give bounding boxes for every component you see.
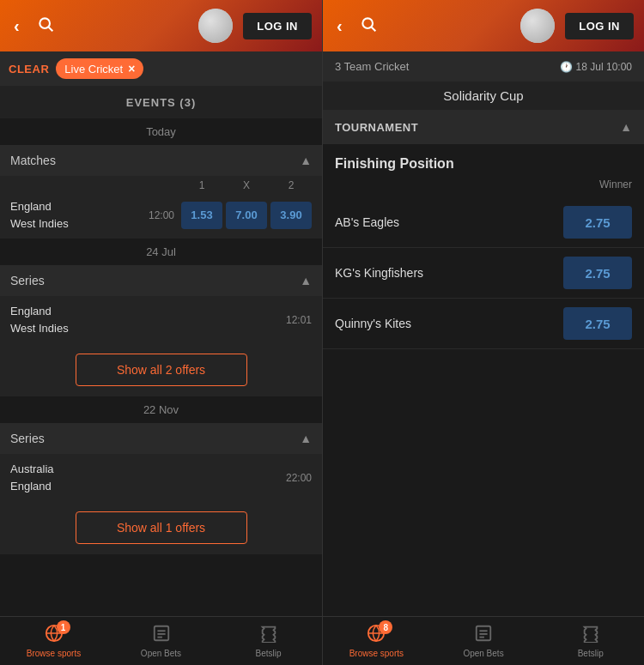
match-row-aus-eng-22nov: AustraliaEngland 22:00 (0, 454, 322, 501)
svg-point-0 (39, 18, 50, 28)
browse-sports-icon: 1 (45, 624, 64, 647)
events-header: EVENTS (3) (0, 86, 322, 118)
series-section-header-24jul[interactable]: Series ▲ (0, 265, 322, 296)
right-bottom-nav: 8 Browse sports Open Bets Betslip (323, 616, 644, 665)
login-button[interactable]: LOG IN (243, 13, 312, 39)
match-time: 12:00 (149, 209, 174, 221)
avatar[interactable] (198, 9, 233, 43)
back-icon[interactable]: ‹ (10, 13, 23, 39)
right-search-icon[interactable] (356, 12, 380, 40)
team-row-kites: Quinny's Kites 2.75 (323, 299, 644, 349)
team-odd-button-kites[interactable]: 2.75 (563, 307, 632, 340)
odd-x-button[interactable]: 7.00 (226, 202, 267, 229)
right-browse-sports-icon: 8 (367, 624, 386, 647)
team-odd-button-kingfishers[interactable]: 2.75 (563, 257, 632, 289)
filter-tag-label: Live Cricket (64, 63, 123, 76)
right-avatar[interactable] (520, 9, 555, 43)
date-22nov: 22 Nov (0, 396, 322, 423)
nav-betslip[interactable]: Betslip (215, 617, 322, 665)
matches-title: Matches (10, 154, 56, 167)
team-name-eagles: AB's Eagles (335, 215, 399, 229)
team-name-kites: Quinny's Kites (335, 317, 411, 330)
right-browse-sports-badge: 8 (379, 620, 392, 634)
right-open-bets-label: Open Bets (463, 649, 503, 658)
match-teams: EnglandWest Indies (10, 198, 142, 232)
date-24jul: 24 Jul (0, 239, 322, 265)
open-bets-label: Open Bets (141, 649, 181, 658)
nav-browse-sports[interactable]: 1 Browse sports (0, 617, 107, 665)
filter-tag-live-cricket: Live Cricket × (56, 58, 143, 79)
odd-2-button[interactable]: 3.90 (270, 202, 312, 229)
odds-col-headers: 1 X 2 (0, 176, 322, 191)
filter-bar: CLEAR Live Cricket × (0, 51, 322, 86)
series-title-24jul: Series (10, 274, 45, 287)
show-offers-row-2: Show all 2 offers (0, 343, 322, 396)
match-teams-24jul: EnglandWest Indies (10, 303, 279, 336)
match-time-24jul: 12:01 (286, 314, 312, 326)
team-row-eagles: AB's Eagles 2.75 (323, 197, 644, 248)
date-today: Today (0, 118, 322, 145)
search-icon[interactable] (33, 12, 58, 40)
nav-open-bets[interactable]: Open Bets (107, 617, 215, 665)
team-odd-button-eagles[interactable]: 2.75 (563, 206, 632, 239)
left-panel: ‹ LOG IN CLEAR Live Cricket × EVENTS (3)… (0, 0, 322, 665)
left-header: ‹ LOG IN (0, 0, 322, 51)
right-betslip-icon (581, 624, 600, 647)
browse-sports-badge: 1 (57, 620, 70, 634)
clock-icon: 🕐 (560, 61, 573, 73)
right-login-button[interactable]: LOG IN (565, 13, 634, 39)
svg-line-8 (371, 27, 375, 31)
right-browse-sports-label: Browse sports (349, 649, 404, 658)
right-nav-open-bets[interactable]: Open Bets (430, 617, 538, 665)
tournament-header[interactable]: TOURNAMENT ▲ (323, 110, 644, 144)
right-panel: ‹ LOG IN 3 Team Cricket 🕐 18 Jul 10:00 S… (322, 0, 644, 665)
match-row-england-wi-24jul: EnglandWest Indies 12:01 (0, 296, 322, 343)
svg-line-1 (48, 27, 52, 31)
col-x: X (226, 179, 267, 191)
match-time-22nov: 22:00 (286, 472, 312, 484)
matches-section-header[interactable]: Matches ▲ (0, 145, 322, 176)
left-bottom-nav: 1 Browse sports Open Bets Betslip (0, 616, 322, 665)
series-title-22nov: Series (10, 432, 45, 445)
odds-buttons: 1.53 7.00 3.90 (181, 202, 312, 229)
chevron-up-icon-2: ▲ (300, 274, 312, 287)
tournament-label: TOURNAMENT (335, 121, 418, 134)
match-row-england-wi-today: EnglandWest Indies 12:00 1.53 7.00 3.90 (0, 191, 322, 239)
team-name-kingfishers: KG's Kingfishers (335, 266, 423, 280)
right-betslip-label: Betslip (578, 649, 604, 658)
show-1-offers-button[interactable]: Show all 1 offers (76, 511, 247, 544)
match-date-time: 🕐 18 Jul 10:00 (560, 61, 632, 73)
chevron-up-icon-3: ▲ (300, 432, 312, 445)
open-bets-icon (152, 624, 171, 647)
right-header: ‹ LOG IN (323, 0, 644, 51)
clear-button[interactable]: CLEAR (9, 63, 49, 76)
match-type: 3 Team Cricket (335, 60, 409, 73)
betslip-icon (259, 624, 278, 647)
team-row-kingfishers: KG's Kingfishers 2.75 (323, 248, 644, 299)
match-teams-22nov: AustraliaEngland (10, 461, 279, 494)
events-count: EVENTS (3) (126, 96, 197, 109)
betslip-label: Betslip (255, 649, 281, 658)
winner-label: Winner (599, 178, 632, 190)
series-section-header-22nov[interactable]: Series ▲ (0, 423, 322, 454)
show-offers-row-1: Show all 1 offers (0, 501, 322, 554)
right-back-icon[interactable]: ‹ (333, 13, 346, 39)
right-nav-betslip[interactable]: Betslip (537, 617, 644, 665)
col-2: 2 (270, 179, 312, 191)
winner-label-row: Winner (323, 178, 644, 197)
col-1: 1 (181, 179, 222, 191)
filter-tag-close-icon[interactable]: × (128, 62, 135, 76)
cup-name: Solidarity Cup (323, 82, 644, 110)
right-nav-browse-sports[interactable]: 8 Browse sports (323, 617, 430, 665)
odd-1-button[interactable]: 1.53 (181, 202, 222, 229)
svg-point-7 (362, 18, 373, 28)
right-open-bets-icon (474, 624, 493, 647)
show-2-offers-button[interactable]: Show all 2 offers (76, 354, 247, 386)
chevron-up-icon: ▲ (300, 154, 312, 167)
tournament-chevron-icon: ▲ (620, 120, 632, 134)
right-match-info: 3 Team Cricket 🕐 18 Jul 10:00 (323, 51, 644, 82)
finishing-position-title: Finishing Position (323, 144, 644, 178)
browse-sports-label: Browse sports (27, 649, 81, 658)
